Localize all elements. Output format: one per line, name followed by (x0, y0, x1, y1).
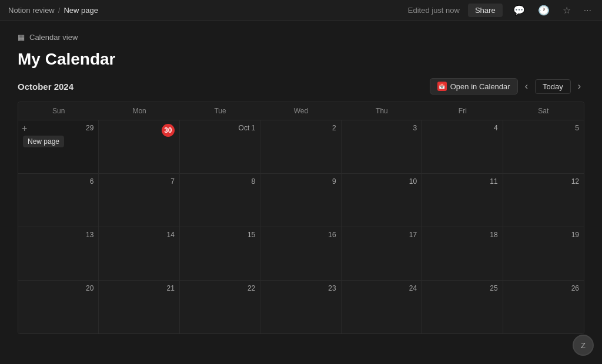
calendar-cell[interactable]: 5 (503, 120, 584, 173)
cell-date: 13 (23, 231, 93, 239)
calendar-view-icon: ▦ (18, 33, 25, 42)
edit-status: Edited just now (408, 6, 460, 15)
calendar-week-4: 20212223242526 (18, 281, 584, 333)
calendar-week-3: 13141516171819 (18, 227, 584, 281)
main-content: ▦ Calendar view My Calendar October 2024… (0, 21, 602, 364)
cell-date: 4 (427, 124, 497, 132)
cell-date: 26 (508, 284, 579, 292)
breadcrumb-root[interactable]: Notion review (8, 6, 55, 15)
day-header-fri: Fri (422, 102, 503, 120)
cell-date: 15 (185, 231, 255, 239)
calendar-cell[interactable]: 24 (342, 281, 422, 333)
open-in-calendar-label: Open in Calendar (450, 82, 510, 91)
share-button[interactable]: Share (468, 4, 503, 17)
calendar-controls: October 2024 📅 Open in Calendar ‹ Today … (18, 78, 584, 95)
calendar-cell[interactable]: 12 (503, 174, 584, 227)
calendar-cell[interactable]: 10 (342, 174, 422, 227)
calendar-body: +29New page30Oct 12345678910111213141516… (18, 120, 584, 333)
today-date: 30 (162, 124, 175, 137)
calendar-view-label: Calendar view (29, 33, 78, 42)
calendar-cell[interactable]: 30 (99, 120, 179, 173)
cell-date: 11 (427, 177, 497, 186)
cell-date: 21 (103, 284, 174, 292)
cell-date: 20 (23, 284, 93, 292)
calendar-week-1: +29New page30Oct 12345 (18, 120, 584, 174)
cell-date: 10 (346, 177, 417, 186)
today-button[interactable]: Today (535, 79, 571, 94)
calendar-cell[interactable]: Oct 1 (180, 120, 260, 173)
calendar-title: My Calendar (18, 50, 584, 69)
cell-date: 8 (185, 177, 255, 186)
comment-icon[interactable]: 💬 (511, 4, 527, 17)
topbar: Notion review / New page Edited just now… (0, 0, 602, 21)
cell-date: 17 (346, 231, 417, 239)
prev-month-button[interactable]: ‹ (521, 80, 531, 93)
calendar-cell[interactable]: 21 (99, 281, 179, 333)
breadcrumb-separator: / (58, 6, 61, 15)
topbar-right: Edited just now Share 💬 🕐 ☆ ··· (408, 4, 594, 17)
day-header-mon: Mon (99, 102, 179, 120)
calendar-cell[interactable]: 4 (422, 120, 503, 173)
cell-date: 14 (103, 231, 174, 239)
calendar-cell[interactable]: 14 (99, 227, 179, 280)
cell-date: 25 (427, 284, 497, 292)
cell-date: 29 (23, 124, 93, 132)
cell-date: 12 (508, 177, 579, 186)
calendar-cell[interactable]: 8 (180, 174, 260, 227)
history-icon[interactable]: 🕐 (536, 4, 552, 17)
day-header-tue: Tue (180, 102, 260, 120)
calendar-cell[interactable]: 18 (422, 227, 503, 280)
calendar-grid: Sun Mon Tue Wed Thu Fri Sat +29New page3… (18, 102, 584, 334)
open-cal-icon: 📅 (437, 82, 447, 91)
calendar-cell[interactable]: 20 (18, 281, 99, 333)
breadcrumb-page[interactable]: New page (63, 6, 98, 15)
cell-date: 18 (427, 231, 497, 239)
day-header-sun: Sun (18, 102, 99, 120)
cell-date: 24 (346, 284, 417, 292)
calendar-cell[interactable]: 15 (180, 227, 260, 280)
cell-date: 9 (265, 177, 336, 186)
more-icon[interactable]: ··· (581, 4, 594, 17)
cell-date: 2 (265, 124, 336, 132)
calendar-cell[interactable]: 7 (99, 174, 179, 227)
cell-date: 6 (23, 177, 93, 186)
cell-date: 22 (185, 284, 255, 292)
cell-date: 16 (265, 231, 336, 239)
next-month-button[interactable]: › (574, 80, 584, 93)
calendar-cell[interactable]: 22 (180, 281, 260, 333)
cell-date: 5 (508, 124, 579, 132)
view-label-row: ▦ Calendar view (18, 33, 584, 42)
calendar-week-2: 6789101112 (18, 174, 584, 227)
calendar-cell[interactable]: 9 (260, 174, 341, 227)
open-in-calendar-button[interactable]: 📅 Open in Calendar (430, 78, 518, 95)
calendar-cell[interactable]: 19 (503, 227, 584, 280)
cell-date: 19 (508, 231, 579, 239)
breadcrumb: Notion review / New page (8, 6, 98, 15)
calendar-header-row: Sun Mon Tue Wed Thu Fri Sat (18, 102, 584, 120)
cell-date: 7 (103, 177, 174, 186)
day-header-sat: Sat (503, 102, 584, 120)
cell-date: Oct 1 (185, 124, 255, 132)
calendar-cell[interactable]: 6 (18, 174, 99, 227)
calendar-cell[interactable]: 2 (260, 120, 341, 173)
cell-date: 23 (265, 284, 336, 292)
calendar-cell[interactable]: 17 (342, 227, 422, 280)
star-icon[interactable]: ☆ (560, 4, 573, 17)
day-header-wed: Wed (260, 102, 341, 120)
calendar-cell[interactable]: 3 (342, 120, 422, 173)
calendar-cell[interactable]: 13 (18, 227, 99, 280)
calendar-cell[interactable]: 23 (260, 281, 341, 333)
day-header-thu: Thu (342, 102, 422, 120)
add-event-button[interactable]: + (22, 124, 27, 133)
calendar-nav: 📅 Open in Calendar ‹ Today › (430, 78, 584, 95)
calendar-cell[interactable]: 25 (422, 281, 503, 333)
cell-date: 3 (346, 124, 417, 132)
month-label: October 2024 (18, 82, 73, 92)
event-chip[interactable]: New page (23, 136, 64, 147)
calendar-cell[interactable]: 26 (503, 281, 584, 333)
calendar-cell[interactable]: +29New page (18, 120, 99, 173)
avatar[interactable]: Z (573, 335, 594, 356)
calendar-cell[interactable]: 11 (422, 174, 503, 227)
calendar-cell[interactable]: 16 (260, 227, 341, 280)
